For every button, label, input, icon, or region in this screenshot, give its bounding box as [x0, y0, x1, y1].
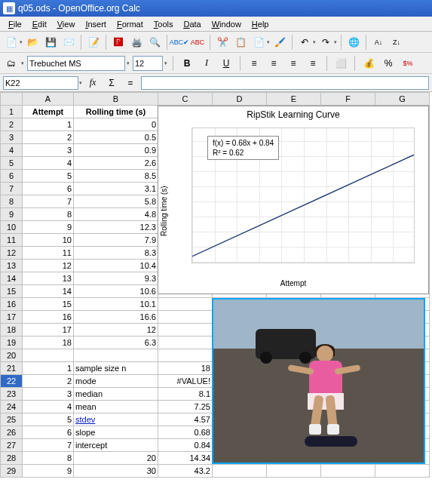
format-paintbrush-icon[interactable]: 🖌️: [271, 34, 288, 51]
chart-object[interactable]: RipStik Learning Curve Rolling time (s) …: [158, 106, 429, 294]
cell[interactable]: [158, 298, 213, 311]
styles-icon[interactable]: 🗂: [3, 55, 20, 72]
cell[interactable]: 7: [23, 195, 74, 208]
row-header[interactable]: 1: [1, 106, 23, 118]
cell[interactable]: 5: [23, 170, 74, 183]
percent-button[interactable]: %: [380, 55, 397, 72]
cell[interactable]: Attempt: [23, 106, 74, 118]
function-wizard-icon[interactable]: fx: [84, 75, 101, 91]
cell[interactable]: 1: [23, 362, 74, 375]
cell[interactable]: 17: [23, 324, 74, 337]
cell[interactable]: 3: [23, 388, 74, 401]
cell[interactable]: 0.68: [158, 426, 213, 439]
edit-icon[interactable]: 📝: [85, 34, 102, 51]
cell[interactable]: median: [74, 388, 158, 401]
cell[interactable]: [213, 465, 267, 478]
number-format-button[interactable]: $%: [400, 55, 416, 72]
new-document-icon[interactable]: 📄: [3, 34, 20, 51]
row-header[interactable]: 17: [1, 311, 23, 324]
menu-insert[interactable]: Insert: [80, 18, 112, 30]
cell[interactable]: 16: [23, 311, 74, 324]
cell[interactable]: 0: [74, 118, 158, 131]
column-header[interactable]: G: [375, 93, 430, 106]
sort-asc-icon[interactable]: A↓: [370, 34, 387, 51]
column-header[interactable]: E: [267, 93, 321, 106]
row-header[interactable]: 12: [1, 247, 23, 260]
row-header[interactable]: 8: [1, 195, 23, 208]
cell[interactable]: 0.9: [74, 144, 158, 157]
print-icon[interactable]: 🖨️: [128, 34, 145, 51]
row-header[interactable]: 16: [1, 298, 23, 311]
copy-icon[interactable]: 📋: [232, 34, 249, 51]
cell[interactable]: 12: [74, 324, 158, 337]
cell[interactable]: 15: [23, 298, 74, 311]
cell[interactable]: 0.84: [158, 439, 213, 452]
cut-icon[interactable]: ✂️: [214, 34, 231, 51]
autocheck-icon[interactable]: ABC: [189, 34, 206, 51]
font-size-combo[interactable]: [133, 56, 163, 71]
row-header[interactable]: 13: [1, 260, 23, 272]
cell[interactable]: [375, 465, 430, 478]
sort-desc-icon[interactable]: Z↓: [388, 34, 405, 51]
cell[interactable]: 6: [23, 183, 74, 195]
menu-help[interactable]: Help: [247, 18, 274, 30]
row-header[interactable]: 4: [1, 144, 23, 157]
cell[interactable]: 6.3: [74, 337, 158, 349]
hyperlink-icon[interactable]: 🌐: [345, 34, 362, 51]
cell[interactable]: 11: [23, 247, 74, 260]
cell[interactable]: 12: [23, 260, 74, 272]
row-header[interactable]: 6: [1, 170, 23, 183]
cell[interactable]: 4: [23, 157, 74, 170]
paste-icon[interactable]: 📄: [250, 34, 267, 51]
spellcheck-icon[interactable]: ABC✔: [171, 34, 188, 51]
row-header[interactable]: 7: [1, 183, 23, 195]
align-right-button[interactable]: ≡: [285, 55, 302, 72]
cell[interactable]: 7.25: [158, 401, 213, 413]
print-preview-icon[interactable]: 🔍: [146, 34, 163, 51]
embedded-image[interactable]: [212, 298, 425, 464]
cell[interactable]: 5: [23, 413, 74, 426]
email-icon[interactable]: ✉️: [60, 34, 77, 51]
cell[interactable]: 8: [23, 208, 74, 221]
row-header[interactable]: 25: [1, 413, 23, 426]
menu-window[interactable]: Window: [207, 18, 247, 30]
cell[interactable]: 2: [23, 375, 74, 388]
cell[interactable]: 13: [23, 272, 74, 285]
cell[interactable]: 18: [23, 337, 74, 349]
corner-cell[interactable]: [1, 93, 23, 106]
cell[interactable]: 5.8: [74, 195, 158, 208]
row-header[interactable]: 27: [1, 439, 23, 452]
align-left-button[interactable]: ≡: [246, 55, 262, 72]
row-header[interactable]: 11: [1, 234, 23, 247]
cell[interactable]: 20: [74, 452, 158, 465]
export-pdf-icon[interactable]: 🅿: [110, 34, 127, 51]
cell[interactable]: [158, 324, 213, 337]
align-justify-button[interactable]: ≡: [305, 55, 321, 72]
column-header[interactable]: C: [158, 93, 213, 106]
cell[interactable]: [267, 465, 321, 478]
row-header[interactable]: 14: [1, 272, 23, 285]
column-header[interactable]: A: [23, 93, 74, 106]
cell[interactable]: 8: [23, 452, 74, 465]
cell[interactable]: 16.6: [74, 311, 158, 324]
cell[interactable]: 3: [23, 144, 74, 157]
cell[interactable]: #VALUE!: [158, 375, 213, 388]
cell[interactable]: 30: [74, 465, 158, 478]
cell[interactable]: stdev: [74, 413, 158, 426]
save-icon[interactable]: 💾: [42, 34, 59, 51]
redo-icon[interactable]: ↷: [317, 34, 334, 51]
row-header[interactable]: 19: [1, 337, 23, 349]
row-header[interactable]: 21: [1, 362, 23, 375]
row-header[interactable]: 10: [1, 221, 23, 234]
cell[interactable]: 4.8: [74, 208, 158, 221]
row-header[interactable]: 3: [1, 131, 23, 144]
cell[interactable]: 2.6: [74, 157, 158, 170]
cell[interactable]: 0.5: [74, 131, 158, 144]
cell[interactable]: 10.4: [74, 260, 158, 272]
cell[interactable]: [74, 349, 158, 362]
row-header[interactable]: 9: [1, 208, 23, 221]
bold-button[interactable]: B: [179, 55, 195, 72]
cell[interactable]: [158, 349, 213, 362]
cell[interactable]: [158, 337, 213, 349]
cell[interactable]: 8.5: [74, 170, 158, 183]
